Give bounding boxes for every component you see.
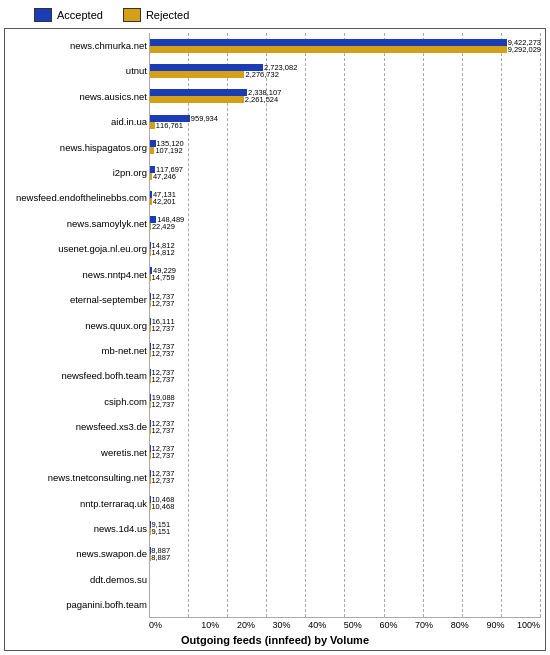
bar-row: 10,46810,468 [150, 490, 541, 515]
rejected-bar [150, 46, 507, 53]
rejected-bar-row: 12,737 [150, 477, 541, 484]
x-axis-label: 10% [185, 620, 221, 630]
rejected-value-label: 42,201 [153, 197, 176, 206]
rejected-value-label: 9,292,029 [508, 45, 541, 54]
rejected-value-label: 12,737 [152, 299, 175, 308]
accepted-bar-row [150, 597, 541, 604]
accepted-bar-row: 12,737 [150, 445, 541, 452]
y-label: weretis.net [9, 448, 147, 458]
rejected-bar [150, 300, 151, 307]
y-label: newsfeed.xs3.de [9, 422, 147, 432]
accepted-label: Accepted [57, 9, 103, 21]
chart-title: Outgoing feeds (innfeed) by Volume [9, 634, 541, 646]
x-axis-label: 20% [220, 620, 256, 630]
rejected-bar [150, 249, 151, 256]
rejected-value-label: 12,737 [152, 426, 175, 435]
rejected-value-label: 12,737 [152, 324, 175, 333]
rejected-bar-row: 14,759 [150, 274, 541, 281]
y-label: news.tnetconsulting.net [9, 473, 147, 483]
bar-group: 9,1519,151 [150, 521, 541, 535]
bar-group: 49,22914,759 [150, 267, 541, 281]
rejected-bar-row: 9,151 [150, 528, 541, 535]
bar-group: 12,73712,737 [150, 470, 541, 484]
rejected-bar-row: 12,737 [150, 300, 541, 307]
bar-group: 148,48922,429 [150, 216, 541, 230]
rejected-value-label: 12,737 [152, 349, 175, 358]
rejected-bar-row: 116,761 [150, 122, 541, 129]
bar-group: 19,08812,737 [150, 394, 541, 408]
accepted-color-box [34, 8, 52, 22]
bar-row: 959,934116,761 [150, 109, 541, 134]
accepted-bar-row: 117,697 [150, 166, 541, 173]
bar-group: 12,73712,737 [150, 343, 541, 357]
bar-row: 9,422,2739,292,029 [150, 33, 541, 58]
rejected-bar [150, 325, 151, 332]
accepted-bar-row: 16,111 [150, 318, 541, 325]
rejected-bar [150, 71, 244, 78]
legend-accepted: Accepted [34, 8, 103, 22]
rejected-bar [150, 122, 155, 129]
rejected-bar [150, 223, 151, 230]
accepted-bar-row: 135,120 [150, 140, 541, 147]
rejected-bar-row: 12,737 [150, 452, 541, 459]
bar-group: 12,73712,737 [150, 293, 541, 307]
rejected-bar-row: 12,737 [150, 401, 541, 408]
accepted-bar [150, 445, 151, 452]
x-axis-label: 90% [470, 620, 506, 630]
rejected-bar-row: 47,246 [150, 173, 541, 180]
x-axis-label: 80% [434, 620, 470, 630]
accepted-bar-row: 12,737 [150, 343, 541, 350]
y-label: news.1d4.us [9, 524, 147, 534]
bar-row: 49,22914,759 [150, 262, 541, 287]
accepted-bar-row: 9,422,273 [150, 39, 541, 46]
rejected-bar-row: 14,812 [150, 249, 541, 256]
rejected-bar [150, 477, 151, 484]
chart-container: Accepted Rejected news.chmurka.netutnutn… [0, 0, 550, 655]
rejected-label: Rejected [146, 9, 189, 21]
bar-row: 12,73712,737 [150, 363, 541, 388]
rejected-value-label: 47,246 [153, 172, 176, 181]
x-axis-label: 40% [292, 620, 328, 630]
accepted-bar-row: 8,887 [150, 547, 541, 554]
accepted-bar [150, 39, 507, 46]
rejected-bar-row: 12,737 [150, 427, 541, 434]
bar-group: 12,73712,737 [150, 369, 541, 383]
accepted-bar-row [150, 572, 541, 579]
bar-row: 117,69747,246 [150, 160, 541, 185]
bar-row [150, 566, 541, 591]
accepted-bar [150, 369, 151, 376]
rejected-bar-row: 2,261,524 [150, 96, 541, 103]
rejected-bar-row: 12,737 [150, 325, 541, 332]
bar-row: 12,73712,737 [150, 414, 541, 439]
rejected-bar-row: 42,201 [150, 198, 541, 205]
accepted-bar [150, 343, 151, 350]
bar-group: 959,934116,761 [150, 115, 541, 129]
accepted-bar-row: 12,737 [150, 369, 541, 376]
bar-group: 9,422,2739,292,029 [150, 39, 541, 53]
y-label: newsfeed.endofthelinebbs.com [9, 193, 147, 203]
rejected-color-box [123, 8, 141, 22]
y-label: news.swapon.de [9, 549, 147, 559]
y-label: news.ausics.net [9, 92, 147, 102]
y-label: nntp.terraraq.uk [9, 499, 147, 509]
rejected-bar-row: 107,192 [150, 147, 541, 154]
rejected-value-label: 12,737 [152, 476, 175, 485]
y-label: aid.in.ua [9, 117, 147, 127]
legend: Accepted Rejected [34, 8, 546, 22]
rejected-bar [150, 96, 244, 103]
accepted-bar-row: 12,737 [150, 293, 541, 300]
x-axis-labels: 0%10%20%30%40%50%60%70%80%90%100% [149, 620, 541, 630]
rejected-value-label: 107,192 [155, 146, 182, 155]
rejected-bar [150, 147, 154, 154]
y-label: newsfeed.bofh.team [9, 371, 147, 381]
y-label: news.samoylyk.net [9, 219, 147, 229]
rejected-value-label: 12,737 [152, 375, 175, 384]
bar-group: 8,8878,887 [150, 547, 541, 561]
bar-row: 9,1519,151 [150, 515, 541, 540]
rejected-bar-row: 2,276,732 [150, 71, 541, 78]
rejected-bar-row [150, 604, 541, 611]
y-label: i2pn.org [9, 168, 147, 178]
y-label: news.chmurka.net [9, 41, 147, 51]
bar-group: 12,73712,737 [150, 445, 541, 459]
rejected-value-label: 12,737 [152, 451, 175, 460]
